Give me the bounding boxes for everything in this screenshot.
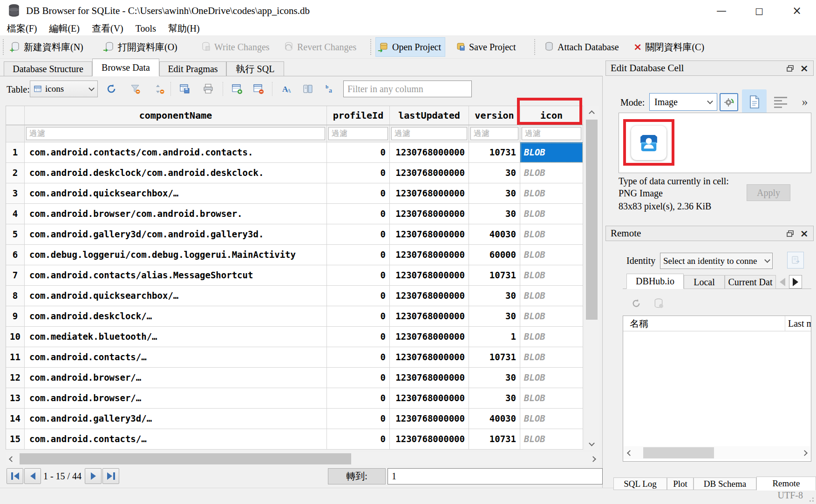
filter-input-icon[interactable]: 過濾 bbox=[522, 127, 581, 140]
tab-execute-sql[interactable]: 執行 SQL bbox=[226, 61, 284, 76]
cell-version[interactable]: 30 bbox=[469, 183, 520, 204]
cell-icon-blob[interactable]: BLOB bbox=[520, 409, 583, 429]
cell-componentname[interactable]: com.android.gallery3d/com.android.galler… bbox=[25, 224, 327, 245]
cell-lastupdated[interactable]: 1230768000000 bbox=[390, 245, 469, 265]
cell-icon-blob[interactable]: BLOB bbox=[520, 286, 583, 306]
cell-version[interactable]: 30 bbox=[469, 163, 520, 183]
remote-database-list[interactable]: 名稱 Last m bbox=[623, 316, 811, 462]
menu-item[interactable]: 查看(V) bbox=[86, 21, 129, 35]
table-row[interactable]: 8 com.android.quicksearchbox/… 0 1230768… bbox=[6, 286, 583, 306]
filter-input-componentname[interactable]: 過濾 bbox=[26, 127, 325, 140]
toolbar-overflow-chevron[interactable]: » bbox=[797, 93, 812, 111]
cell-version[interactable]: 60000 bbox=[469, 245, 520, 265]
cell-profileid[interactable]: 0 bbox=[327, 368, 390, 388]
import-export-data-button[interactable] bbox=[720, 93, 738, 111]
cell-componentname[interactable]: com.android.deskclock/… bbox=[25, 306, 327, 327]
save-results-button[interactable] bbox=[178, 82, 192, 96]
dock-tab-db-schema[interactable]: DB Schema bbox=[694, 477, 756, 490]
row-number[interactable]: 4 bbox=[6, 204, 25, 224]
cell-lastupdated[interactable]: 1230768000000 bbox=[390, 306, 469, 327]
cell-version[interactable]: 30 bbox=[469, 306, 520, 327]
table-row[interactable]: 10 com.mediatek.bluetooth/… 0 1230768000… bbox=[6, 327, 583, 347]
table-row[interactable]: 1 com.android.contacts/com.android.conta… bbox=[6, 142, 583, 163]
attach-database-button[interactable]: Attach Database bbox=[541, 37, 623, 57]
dock-tab-sql-log[interactable]: SQL Log bbox=[613, 477, 667, 490]
cell-profileid[interactable]: 0 bbox=[327, 409, 390, 429]
cell-icon-blob[interactable]: BLOB bbox=[520, 306, 583, 327]
maximize-button[interactable]: □ bbox=[744, 0, 775, 21]
cell-componentname[interactable]: com.android.browser/com.android.browser. bbox=[25, 204, 327, 224]
cell-componentname[interactable]: com.android.gallery3d/… bbox=[25, 409, 327, 429]
menu-item[interactable]: Tools bbox=[129, 21, 162, 35]
mode-combobox[interactable]: Image bbox=[649, 93, 717, 111]
row-number[interactable]: 1 bbox=[6, 142, 25, 163]
close-database-button[interactable]: × 關閉資料庫(C) bbox=[630, 37, 708, 57]
row-number[interactable]: 9 bbox=[6, 306, 25, 327]
menu-item[interactable]: 編輯(E) bbox=[43, 21, 86, 35]
clear-sort-button[interactable] bbox=[153, 82, 167, 96]
cell-componentname[interactable]: com.android.quicksearchbox/… bbox=[25, 286, 327, 306]
cell-version[interactable]: 10731 bbox=[469, 265, 520, 286]
row-number[interactable]: 12 bbox=[6, 368, 25, 388]
text-mode-button[interactable] bbox=[742, 89, 767, 114]
float-panel-icon[interactable] bbox=[787, 65, 794, 72]
cell-version[interactable]: 10731 bbox=[469, 347, 520, 368]
word-wrap-button[interactable] bbox=[774, 97, 787, 108]
cell-version[interactable]: 40030 bbox=[469, 409, 520, 429]
print-button[interactable] bbox=[201, 82, 215, 96]
close-panel-icon[interactable]: × bbox=[800, 229, 809, 238]
sort-az-button[interactable]: ba bbox=[323, 82, 337, 96]
cell-version[interactable]: 1 bbox=[469, 327, 520, 347]
cell-version[interactable]: 10731 bbox=[469, 142, 520, 163]
table-row[interactable]: 6 com.debug.loggerui/com.debug.loggerui.… bbox=[6, 245, 583, 265]
cell-lastupdated[interactable]: 1230768000000 bbox=[390, 204, 469, 224]
table-row[interactable]: 9 com.android.deskclock/… 0 123076800000… bbox=[6, 306, 583, 327]
cell-lastupdated[interactable]: 1230768000000 bbox=[390, 347, 469, 368]
remote-column-last-modified[interactable]: Last m bbox=[785, 316, 811, 331]
cell-componentname[interactable]: com.android.contacts/… bbox=[25, 347, 327, 368]
cell-profileid[interactable]: 0 bbox=[327, 327, 390, 347]
cell-icon-blob[interactable]: BLOB bbox=[520, 224, 583, 245]
cell-componentname[interactable]: com.debug.loggerui/com.debug.loggerui.Ma… bbox=[25, 245, 327, 265]
table-row[interactable]: 15 com.android.contacts/… 0 123076800000… bbox=[6, 429, 583, 450]
column-header-componentname[interactable]: componentName bbox=[25, 106, 327, 125]
cell-componentname[interactable]: com.android.deskclock/com.android.deskcl… bbox=[25, 163, 327, 183]
dock-tab-remote[interactable]: Remote bbox=[756, 477, 816, 491]
horizontal-scrollbar[interactable] bbox=[6, 452, 599, 465]
tab-database-structure[interactable]: Database Structure bbox=[4, 61, 92, 76]
revert-changes-button[interactable]: Revert Changes bbox=[281, 37, 360, 57]
cell-lastupdated[interactable]: 1230768000000 bbox=[390, 286, 469, 306]
tab-browse-data[interactable]: Browse Data bbox=[92, 59, 159, 76]
row-number[interactable]: 7 bbox=[6, 265, 25, 286]
cell-icon-blob[interactable]: BLOB bbox=[520, 368, 583, 388]
table-row[interactable]: 3 com.android.quicksearchbox/… 0 1230768… bbox=[6, 183, 583, 204]
tab-dbhub[interactable]: DBHub.io bbox=[626, 274, 684, 289]
close-button[interactable]: × bbox=[782, 0, 812, 21]
row-number[interactable]: 14 bbox=[6, 409, 25, 429]
cell-profileid[interactable]: 0 bbox=[327, 204, 390, 224]
table-row[interactable]: 2 com.android.deskclock/com.android.desk… bbox=[6, 163, 583, 183]
cell-lastupdated[interactable]: 1230768000000 bbox=[390, 429, 469, 450]
remote-list-horizontal-scrollbar[interactable] bbox=[624, 446, 810, 459]
goto-record-input[interactable] bbox=[388, 468, 603, 484]
cell-icon-blob[interactable]: BLOB bbox=[520, 327, 583, 347]
row-number[interactable]: 11 bbox=[6, 347, 25, 368]
row-number[interactable]: 15 bbox=[6, 429, 25, 450]
menu-item[interactable]: 幫助(H) bbox=[162, 21, 206, 35]
dock-tab-plot[interactable]: Plot bbox=[667, 477, 694, 490]
write-changes-button[interactable]: Write Changes bbox=[198, 37, 273, 57]
cell-version[interactable]: 40030 bbox=[469, 224, 520, 245]
cell-lastupdated[interactable]: 1230768000000 bbox=[390, 142, 469, 163]
horizontal-scrollbar-thumb[interactable] bbox=[20, 453, 351, 464]
row-number[interactable]: 6 bbox=[6, 245, 25, 265]
scroll-left-button[interactable] bbox=[624, 446, 636, 459]
cell-icon-blob[interactable]: BLOB bbox=[520, 388, 583, 409]
table-row[interactable]: 12 com.android.browser/… 0 1230768000000… bbox=[6, 368, 583, 388]
row-number[interactable]: 8 bbox=[6, 286, 25, 306]
column-header-profileid[interactable]: profileId bbox=[327, 106, 390, 125]
cell-profileid[interactable]: 0 bbox=[327, 224, 390, 245]
cell-componentname[interactable]: com.android.contacts/alias.MessageShortc… bbox=[25, 265, 327, 286]
menu-item[interactable]: 檔案(F) bbox=[1, 21, 43, 35]
open-database-button[interactable]: ➜ 打開資料庫(O) bbox=[102, 37, 181, 57]
tab-scroll-left-button[interactable] bbox=[776, 275, 789, 289]
